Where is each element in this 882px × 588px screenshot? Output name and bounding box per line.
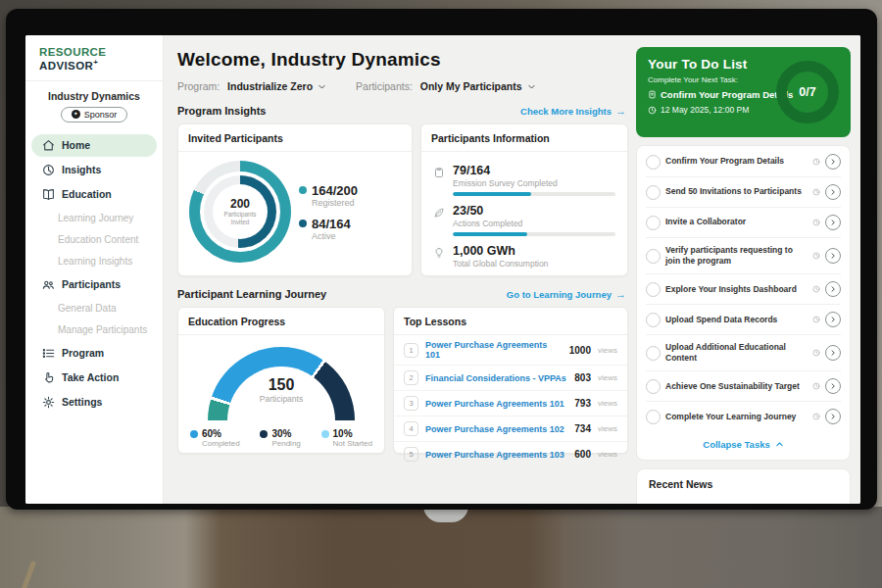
stat-value: 1,000 GWh [453,244,615,258]
sidebar-item-general-data[interactable]: General Data [31,298,157,318]
sidebar-item-manage-participants[interactable]: Manage Participants [31,319,157,340]
lesson-row: 2 Financial Considerations - VPPAs 803 v… [394,366,627,391]
program-filter-dropdown[interactable]: Industrialize Zero [227,80,326,92]
card-title: Participants Information [421,124,627,152]
legend-dot [321,430,329,438]
task-row: Upload Additional Educational Content [646,335,841,371]
legend-dot [260,430,268,438]
task-checkbox[interactable] [646,155,661,170]
task-checkbox[interactable] [646,346,661,361]
task-row: Explore Your Insights Dashboard [646,274,841,305]
sidebar-item-education[interactable]: Education [31,183,157,206]
section-title-learning-journey: Participant Learning Journey [177,288,326,300]
hand-action-icon [42,371,55,384]
participants-information-card: Participants Information 79/164 Emission… [420,123,628,276]
logo-primary: RESOURCE [39,46,106,58]
go-to-learning-journey-link[interactable]: Go to Learning Journey [507,288,626,300]
todo-header-panel: Your To Do List Complete Your Next Task:… [636,47,851,137]
photo-scene: RESOURCE ADVISOR+ Industry Dynamics ✦ Sp… [0,0,882,588]
clock-icon [812,349,820,357]
sidebar-item-label: Home [62,139,90,151]
lesson-link[interactable]: Power Purchase Agreements 101 [425,340,563,360]
progress-bar [453,192,615,196]
lesson-views: 803 [574,372,591,383]
progress-bar [453,232,615,236]
sidebar-item-program[interactable]: Program [31,342,157,365]
task-label: Explore Your Insights Dashboard [665,284,808,295]
task-open-button[interactable] [825,378,841,394]
task-open-button[interactable] [825,312,841,327]
participants-filter-label: Participants: [356,80,413,92]
card-title: Invited Participants [178,124,412,152]
task-checkbox[interactable] [646,410,661,424]
top-lessons-card: Top Lessons 1 Power Purchase Agreements … [393,307,628,454]
todo-tasks-card: Confirm Your Program Details Send 50 Inv… [636,145,851,461]
education-progress-card: Education Progress 150 Participants 60 [177,307,385,454]
sidebar-item-label: Participants [62,278,121,290]
task-checkbox[interactable] [646,249,661,264]
task-checkbox[interactable] [646,379,661,394]
sidebar-item-settings[interactable]: Settings [31,391,157,414]
task-open-button[interactable] [825,184,841,200]
sidebar: RESOURCE ADVISOR+ Industry Dynamics ✦ Sp… [25,35,164,504]
lesson-rank: 2 [404,370,418,385]
collapse-tasks-link[interactable]: Collapse Tasks [646,431,841,459]
program-filter-value: Industrialize Zero [227,80,313,92]
lesson-link[interactable]: Power Purchase Agreements 102 [425,424,567,434]
sidebar-item-participants[interactable]: Participants [31,273,157,296]
task-open-button[interactable] [825,409,841,424]
recent-news-title: Recent News [649,478,712,490]
lesson-link[interactable]: Power Purchase Agreements 101 [425,399,567,409]
logo-plus: + [93,58,98,67]
task-open-button[interactable] [825,154,841,170]
clock-icon [812,285,820,293]
chevron-down-icon [318,82,326,91]
task-open-button[interactable] [825,281,841,297]
sidebar-item-insights[interactable]: Insights [31,159,157,181]
clock-icon [812,252,820,260]
monitor-bezel: RESOURCE ADVISOR+ Industry Dynamics ✦ Sp… [6,9,877,510]
task-open-button[interactable] [825,248,841,264]
task-row: Send 50 Invitations to Participants [646,177,841,208]
task-label: Invite a Collaborator [665,217,808,227]
card-title: Education Progress [178,308,384,335]
task-checkbox[interactable] [646,185,661,200]
clock-icon [812,219,820,226]
sidebar-item-take-action[interactable]: Take Action [31,367,157,389]
task-row: Invite a Collaborator [646,208,841,238]
task-open-button[interactable] [825,215,841,230]
list-icon [42,347,55,360]
sidebar-item-learning-insights[interactable]: Learning Insights [31,251,157,271]
participants-filter-value: Only My Participants [420,80,522,92]
participants-filter-dropdown[interactable]: Only My Participants [420,80,536,92]
task-open-button[interactable] [825,345,841,361]
task-checkbox[interactable] [646,282,661,297]
sidebar-item-learning-journey[interactable]: Learning Journey [31,208,157,228]
lightbulb-icon [433,247,445,259]
task-row: Confirm Your Program Details [646,147,841,177]
lesson-link[interactable]: Financial Considerations - VPPAs [425,373,567,383]
lesson-link[interactable]: Power Purchase Agreements 103 [425,450,567,460]
sidebar-item-home[interactable]: Home [31,134,157,157]
check-more-insights-link[interactable]: Check More Insights [520,105,626,117]
clock-icon [812,158,820,166]
task-checkbox[interactable] [646,216,661,230]
clock-icon [812,382,820,390]
invited-participants-card: Invited Participants 200 Participants In… [177,123,413,276]
stat-label: Total Global Consumption [453,259,615,269]
task-checkbox[interactable] [646,313,661,327]
clock-icon [648,106,657,115]
lesson-rank: 4 [404,421,418,436]
sidebar-item-education-content[interactable]: Education Content [31,229,157,250]
recent-news-card: Recent News [636,468,851,504]
gauge-legend: 60% Completed 30% Pending 10% Not Starte… [178,420,384,448]
task-label: Confirm Your Program Details [665,156,808,167]
legend-item-registered: 164/200 Registered [299,183,406,208]
donut-center-label: Participants Invited [219,211,262,226]
invited-participants-donut-chart: 200 Participants Invited [189,161,291,263]
book-icon [42,188,55,201]
donut-legend: 164/200 Registered 84/164 Active [299,174,406,250]
clipboard-icon [433,167,445,178]
donut-center-value: 200 [230,197,250,211]
stat-value: 23/50 [453,204,615,218]
